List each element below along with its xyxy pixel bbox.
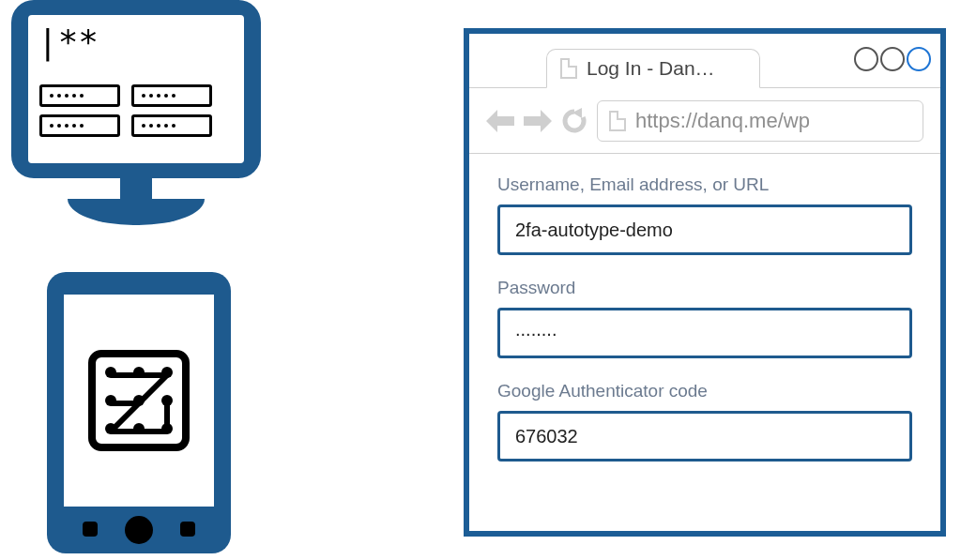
phone-button-icon <box>180 522 195 537</box>
monitor-base-icon <box>68 199 205 225</box>
mini-password-field <box>39 84 120 107</box>
browser-tabstrip: Log In - Dan… <box>469 34 940 88</box>
page-icon <box>560 58 577 79</box>
illustration-column: |** <box>0 0 310 560</box>
reload-icon[interactable] <box>561 108 587 134</box>
browser-tab[interactable]: Log In - Dan… <box>546 49 760 88</box>
mini-password-field <box>131 114 212 137</box>
monitor-stand-icon <box>120 178 152 199</box>
page-icon <box>609 111 626 131</box>
phone-button-icon <box>83 522 98 537</box>
window-control-dot[interactable] <box>907 47 931 71</box>
phone-screen <box>64 295 214 507</box>
phone-home-button-icon <box>125 516 153 544</box>
browser-navbar: https://danq.me/wp <box>469 88 940 154</box>
otp-label: Google Authenticator code <box>497 381 912 401</box>
desktop-monitor-icon: |** <box>11 0 261 178</box>
url-text: https://danq.me/wp <box>635 109 810 133</box>
login-form: Username, Email address, or URL Password… <box>469 154 940 505</box>
otp-field[interactable] <box>497 411 912 462</box>
tab-title: Log In - Dan… <box>587 57 715 80</box>
mini-password-field <box>39 114 120 137</box>
username-field[interactable] <box>497 204 912 255</box>
unlock-pattern-icon <box>88 350 190 451</box>
password-mask-text: |** <box>38 23 99 61</box>
smartphone-icon <box>47 272 231 553</box>
monitor-screen: |** <box>28 15 244 163</box>
forward-arrow-icon[interactable] <box>524 108 552 134</box>
password-field[interactable] <box>497 308 912 358</box>
window-controls <box>854 47 931 71</box>
username-label: Username, Email address, or URL <box>497 174 912 195</box>
window-control-dot[interactable] <box>880 47 905 71</box>
password-label: Password <box>497 278 912 298</box>
back-arrow-icon[interactable] <box>486 108 514 134</box>
browser-window: Log In - Dan… https://danq.me/wp Usernam… <box>464 28 946 537</box>
window-control-dot[interactable] <box>854 47 878 71</box>
url-bar[interactable]: https://danq.me/wp <box>597 100 923 142</box>
mini-password-field <box>131 84 212 107</box>
